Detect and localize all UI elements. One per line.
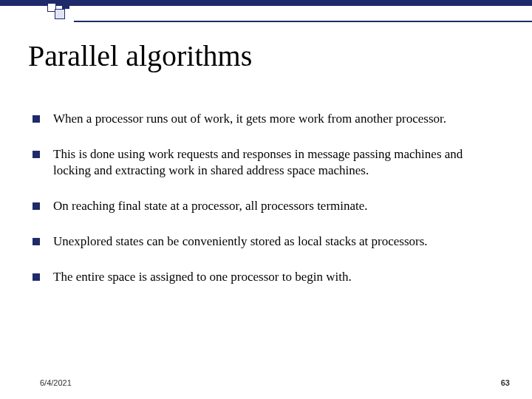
bullet-square-icon: [33, 151, 40, 158]
bullet-square-icon: [33, 238, 40, 245]
bullet-square-icon: [33, 115, 40, 123]
header-decoration: [0, 0, 532, 21]
list-item-text: When a processor runs out of work, it ge…: [53, 111, 446, 127]
bullet-square-icon: [33, 202, 40, 210]
header-bar: [0, 0, 532, 6]
decoration-square-icon: [62, 1, 69, 9]
bullet-square-icon: [33, 273, 40, 281]
header-rule: [74, 21, 532, 22]
list-item-text: Unexplored states can be conveniently st…: [53, 233, 428, 250]
list-item: Unexplored states can be conveniently st…: [33, 233, 499, 250]
list-item: The entire space is assigned to one proc…: [33, 269, 499, 285]
footer-page-number: 63: [501, 378, 510, 387]
list-item: This is done using work requests and res…: [33, 146, 499, 179]
list-item: On reaching final state at a processor, …: [33, 198, 499, 214]
list-item-text: This is done using work requests and res…: [53, 146, 499, 179]
page-title: Parallel algorithms: [28, 38, 252, 73]
slide: Parallel algorithms When a processor run…: [0, 0, 532, 399]
bullet-list: When a processor runs out of work, it ge…: [33, 111, 499, 305]
list-item-text: The entire space is assigned to one proc…: [53, 269, 352, 285]
decoration-square-icon: [55, 9, 65, 19]
list-item: When a processor runs out of work, it ge…: [33, 111, 499, 127]
footer-date: 6/4/2021: [40, 378, 72, 387]
list-item-text: On reaching final state at a processor, …: [53, 198, 368, 214]
